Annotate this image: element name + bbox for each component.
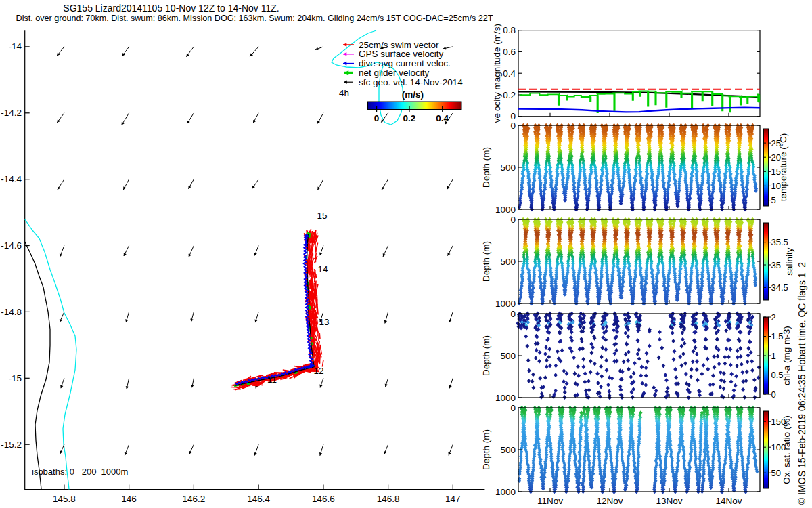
svg-text:500: 500 <box>500 445 516 455</box>
svg-text:14Nov: 14Nov <box>715 496 742 506</box>
svg-text:Depth (m): Depth (m) <box>481 241 491 282</box>
svg-text:13Nov: 13Nov <box>656 496 682 506</box>
svg-text:4h: 4h <box>339 88 349 98</box>
svg-text:147: 147 <box>445 494 461 504</box>
svg-text:34.5: 34.5 <box>771 282 788 293</box>
svg-text:35: 35 <box>771 260 781 270</box>
svg-text:500: 500 <box>500 163 516 173</box>
svg-text:1000: 1000 <box>495 487 516 497</box>
svg-text:chl-a (mg m-3): chl-a (mg m-3) <box>782 326 792 385</box>
svg-text:(m/s): (m/s) <box>402 89 424 100</box>
svg-text:0.8: 0.8 <box>503 25 516 35</box>
svg-text:isobaths: 0 200 1000m: isobaths: 0 200 1000m <box>32 467 128 477</box>
svg-text:GPS surface velocity: GPS surface velocity <box>359 49 444 59</box>
svg-text:13: 13 <box>319 317 329 327</box>
svg-text:0.2: 0.2 <box>403 113 416 123</box>
svg-text:500: 500 <box>500 351 516 361</box>
svg-text:12Nov: 12Nov <box>596 496 623 506</box>
svg-text:-14: -14 <box>8 41 22 51</box>
svg-text:0: 0 <box>510 121 516 131</box>
svg-text:0.4: 0.4 <box>436 113 449 123</box>
svg-text:5: 5 <box>771 195 776 205</box>
svg-text:146.2: 146.2 <box>183 494 206 504</box>
svg-text:dive-avg current veloc.: dive-avg current veloc. <box>359 58 451 68</box>
svg-text:-15.2: -15.2 <box>1 440 22 450</box>
svg-text:0.4: 0.4 <box>503 68 516 79</box>
svg-text:0: 0 <box>510 215 516 225</box>
svg-text:-14.6: -14.6 <box>1 240 22 251</box>
svg-text:temperature (°C): temperature (°C) <box>778 133 788 202</box>
svg-text:-14.8: -14.8 <box>1 307 22 317</box>
svg-text:salinity: salinity <box>784 247 794 276</box>
svg-text:-14.2: -14.2 <box>1 108 22 118</box>
svg-text:© IMOS 15-Feb-2019 06:24:35 Ho: © IMOS 15-Feb-2019 06:24:35 Hobart time.… <box>796 262 807 505</box>
svg-text:sfc geo. vel. 14-Nov-2014: sfc geo. vel. 14-Nov-2014 <box>359 77 463 87</box>
svg-text:Dist. over ground: 70km. Dist.: Dist. over ground: 70km. Dist. swum: 86k… <box>16 14 493 23</box>
svg-text:1000: 1000 <box>495 299 516 309</box>
svg-text:0: 0 <box>374 113 380 123</box>
svg-text:146.8: 146.8 <box>377 494 400 504</box>
svg-text:net glider velocity: net glider velocity <box>359 68 430 78</box>
svg-text:11Nov: 11Nov <box>537 496 563 506</box>
svg-text:146.4: 146.4 <box>247 494 270 504</box>
svg-text:2: 2 <box>771 312 776 322</box>
svg-text:velocity magnitude (m/s): velocity magnitude (m/s) <box>492 24 502 123</box>
svg-text:SG155 Lizard20141105 10-Nov 12: SG155 Lizard20141105 10-Nov 12Z to 14-No… <box>63 3 279 14</box>
svg-text:0: 0 <box>771 389 776 400</box>
svg-text:50: 50 <box>771 468 781 478</box>
svg-text:25cm/s swim vector: 25cm/s swim vector <box>359 40 439 50</box>
svg-text:12: 12 <box>313 366 323 376</box>
svg-text:146.6: 146.6 <box>312 494 335 504</box>
svg-text:Depth (m): Depth (m) <box>481 147 491 188</box>
svg-text:145.8: 145.8 <box>53 494 76 504</box>
svg-text:500: 500 <box>500 257 516 267</box>
svg-text:1000: 1000 <box>495 393 516 403</box>
svg-text:0: 0 <box>510 309 516 319</box>
svg-text:Ox. sat. ratio (%): Ox. sat. ratio (%) <box>782 415 792 484</box>
svg-text:15: 15 <box>317 211 327 221</box>
svg-text:0.2: 0.2 <box>503 90 516 100</box>
svg-text:146: 146 <box>121 494 137 504</box>
svg-text:Depth (m): Depth (m) <box>481 335 491 376</box>
svg-text:Depth (m): Depth (m) <box>481 429 491 470</box>
svg-text:1: 1 <box>771 351 776 361</box>
svg-text:0: 0 <box>510 403 516 413</box>
svg-text:0.6: 0.6 <box>503 47 516 57</box>
svg-text:11: 11 <box>267 375 277 385</box>
svg-text:14: 14 <box>317 264 328 274</box>
svg-text:1000: 1000 <box>495 205 516 215</box>
svg-text:35.5: 35.5 <box>771 237 788 247</box>
svg-text:-15: -15 <box>8 373 22 383</box>
svg-text:-14.4: -14.4 <box>1 174 22 184</box>
